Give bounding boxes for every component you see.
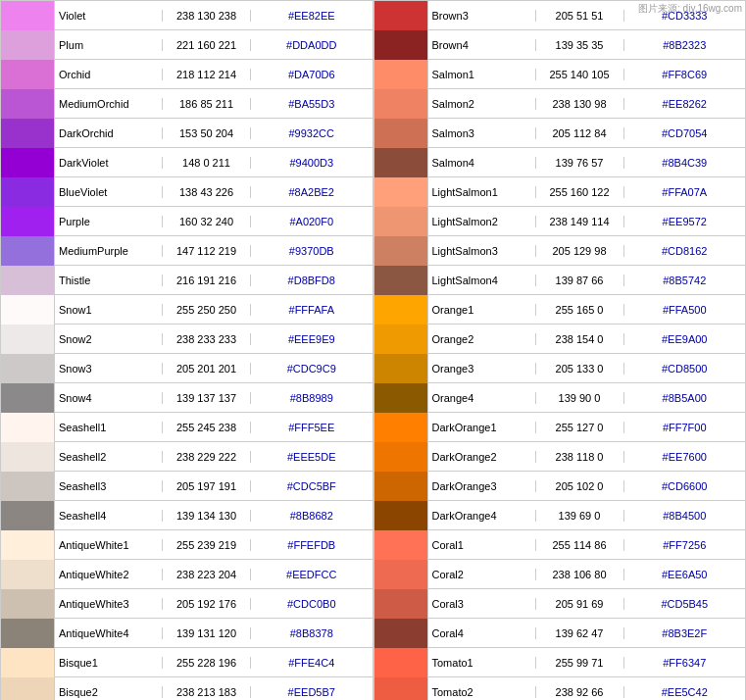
color-hex: #8B4C39 (624, 157, 746, 169)
right-column: Brown3205 51 51#CD3333Brown4139 35 35#8B… (373, 0, 747, 700)
color-hex: #FF7256 (624, 539, 746, 551)
color-hex: #EE7600 (624, 451, 746, 463)
color-swatch (1, 266, 55, 295)
color-hex: #FF6347 (624, 657, 746, 669)
table-row: Salmon3205 112 84#CD7054 (374, 119, 746, 148)
color-name: Snow4 (55, 392, 163, 404)
color-name: Plum (55, 39, 163, 51)
color-name: Coral4 (428, 627, 536, 639)
color-hex: #EE8262 (624, 98, 746, 110)
table-row: DarkOrange2238 118 0#EE7600 (374, 442, 746, 472)
color-rgb: 205 91 69 (536, 598, 624, 610)
color-name: DarkOrange1 (428, 422, 536, 433)
color-name: Orange2 (428, 333, 536, 345)
color-swatch (1, 383, 55, 413)
table-row: LightSalmon1255 160 122#FFA07A (374, 177, 746, 207)
color-swatch (1, 530, 55, 560)
color-rgb: 238 223 204 (163, 569, 251, 580)
color-rgb: 238 130 98 (536, 98, 624, 110)
color-hex: #DDA0DD (251, 39, 373, 51)
color-hex: #EE82EE (251, 10, 373, 22)
table-row: Snow1255 250 250#FFFAFA (1, 295, 373, 325)
table-row: AntiqueWhite4139 131 120#8B8378 (1, 619, 373, 648)
color-swatch (374, 472, 428, 501)
color-hex: #FF7F00 (624, 422, 746, 433)
color-hex: #8B5742 (624, 275, 746, 286)
table-row: Salmon1255 140 105#FF8C69 (374, 60, 746, 89)
color-rgb: 255 245 238 (163, 422, 251, 433)
color-hex: #CD7054 (624, 127, 746, 139)
table-row: Coral1255 114 86#FF7256 (374, 530, 746, 560)
color-hex: #BA55D3 (251, 98, 373, 110)
color-rgb: 147 112 219 (163, 245, 251, 257)
color-swatch (374, 648, 428, 677)
table-row: Snow2238 233 233#EEE9E9 (1, 325, 373, 354)
color-rgb: 255 99 71 (536, 657, 624, 669)
color-swatch (1, 501, 55, 530)
color-hex: #8B8989 (251, 392, 373, 404)
color-swatch (1, 472, 55, 501)
color-swatch (374, 354, 428, 383)
color-rgb: 255 160 122 (536, 186, 624, 198)
color-swatch (1, 60, 55, 89)
color-name: Salmon3 (428, 127, 536, 139)
color-swatch (374, 295, 428, 325)
color-name: Brown4 (428, 39, 536, 51)
table-row: Coral4139 62 47#8B3E2F (374, 619, 746, 648)
color-swatch (374, 207, 428, 236)
color-hex: #8B4500 (624, 510, 746, 522)
color-rgb: 238 118 0 (536, 451, 624, 463)
color-swatch (374, 442, 428, 472)
color-rgb: 255 140 105 (536, 69, 624, 80)
color-rgb: 205 133 0 (536, 363, 624, 375)
color-swatch (374, 677, 428, 701)
color-swatch (374, 325, 428, 354)
color-name: Seashell4 (55, 510, 163, 522)
color-rgb: 139 131 120 (163, 627, 251, 639)
table-row: Thistle216 191 216#D8BFD8 (1, 266, 373, 295)
color-name: LightSalmon3 (428, 245, 536, 257)
table-row: DarkOrange3205 102 0#CD6600 (374, 472, 746, 501)
color-rgb: 255 165 0 (536, 304, 624, 316)
color-name: Orange3 (428, 363, 536, 375)
color-hex: #CD5B45 (624, 598, 746, 610)
color-rgb: 139 76 57 (536, 157, 624, 169)
table-row: DarkOrange4139 69 0#8B4500 (374, 501, 746, 530)
color-rgb: 221 160 221 (163, 39, 251, 51)
color-hex: #D8BFD8 (251, 275, 373, 286)
color-swatch (374, 383, 428, 413)
color-rgb: 139 62 47 (536, 627, 624, 639)
color-swatch (1, 119, 55, 148)
color-rgb: 205 201 201 (163, 363, 251, 375)
color-table: Violet238 130 238#EE82EEPlum221 160 221#… (0, 0, 746, 700)
color-swatch (1, 413, 55, 442)
color-hex: #EEE5DE (251, 451, 373, 463)
color-swatch (1, 177, 55, 207)
table-row: Orchid218 112 214#DA70D6 (1, 60, 373, 89)
table-row: AntiqueWhite2238 223 204#EEDFCC (1, 560, 373, 589)
color-hex: #DA70D6 (251, 69, 373, 80)
color-name: Orange1 (428, 304, 536, 316)
color-name: LightSalmon1 (428, 186, 536, 198)
color-rgb: 205 51 51 (536, 10, 624, 22)
table-row: Snow4139 137 137#8B8989 (1, 383, 373, 413)
color-name: Orange4 (428, 392, 536, 404)
color-hex: #9400D3 (251, 157, 373, 169)
color-swatch (1, 1, 55, 30)
table-row: Seashell4139 134 130#8B8682 (1, 501, 373, 530)
color-rgb: 139 69 0 (536, 510, 624, 522)
color-rgb: 139 134 130 (163, 510, 251, 522)
color-rgb: 205 112 84 (536, 127, 624, 139)
color-hex: #EE5C42 (624, 686, 746, 698)
left-column: Violet238 130 238#EE82EEPlum221 160 221#… (0, 0, 373, 700)
color-swatch (1, 325, 55, 354)
color-hex: #8B8378 (251, 627, 373, 639)
table-row: Bisque2238 213 183#EED5B7 (1, 677, 373, 700)
color-hex: #8B3E2F (624, 627, 746, 639)
color-swatch (374, 266, 428, 295)
color-hex: #CDC5BF (251, 480, 373, 492)
color-name: Coral2 (428, 569, 536, 580)
color-hex: #8B8682 (251, 510, 373, 522)
color-name: Seashell2 (55, 451, 163, 463)
table-row: MediumPurple147 112 219#9370DB (1, 236, 373, 266)
